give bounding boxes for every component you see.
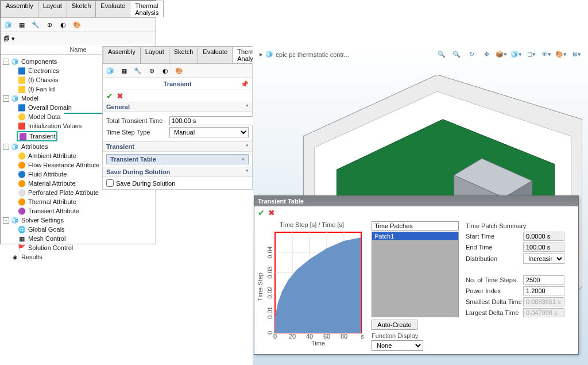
tree-node[interactable]: Transient Attribute <box>28 208 79 214</box>
globe-icon: 🌐 <box>18 225 26 233</box>
tree-node[interactable]: Solution Control <box>28 244 73 251</box>
tree-node[interactable]: Thermal Attribute <box>28 198 76 205</box>
tab-evaluate[interactable]: Evaluate <box>95 1 130 17</box>
toolbar-assembly-icon[interactable]: 🧊 <box>104 65 117 76</box>
save-during-solution-checkbox[interactable] <box>106 179 114 187</box>
svg-text:20: 20 <box>289 333 296 340</box>
chart-title: Time Step [s] / Time [s] <box>257 221 367 228</box>
tree-node[interactable]: (f) Fan lid <box>28 86 55 93</box>
view-cube-icon[interactable]: 🧊▾ <box>510 48 523 60</box>
appearance-icon[interactable]: 🎨▾ <box>555 48 567 60</box>
chart-panel: Time Step [s] / Time [s] 0 0.01 0.02 <box>254 219 369 353</box>
tree-node[interactable]: Mesh Control <box>28 235 65 242</box>
tab-assembly-b[interactable]: Assembly <box>103 47 141 63</box>
breadcrumb[interactable]: ▸ 🧊 epic pc thermstatic contr... <box>260 51 349 58</box>
patch-item-selected[interactable]: Patch1 <box>372 232 458 240</box>
tree-node[interactable]: (f) Chassis <box>28 76 59 83</box>
hide-show-icon[interactable]: 👁▾ <box>540 48 552 60</box>
render-icon[interactable]: 🖥▾ <box>570 48 582 60</box>
tree-node[interactable]: Material Attribute <box>28 180 76 187</box>
chevron-up-icon: ˄ <box>246 104 249 110</box>
end-time-value: 100.00 s <box>523 243 564 252</box>
zoom-area-icon[interactable]: 🔍 <box>450 48 463 60</box>
power-index-input[interactable] <box>523 286 564 295</box>
toolbar-target-icon[interactable]: ⊕ <box>145 65 158 76</box>
tab-evaluate-b[interactable]: Evaluate <box>198 47 233 63</box>
toolbar-grid-icon[interactable]: ▦ <box>118 65 130 76</box>
tree-node-solver[interactable]: Solver Settings <box>21 217 64 224</box>
tree-node-transient[interactable]: Transient <box>29 133 55 140</box>
tree-node[interactable]: Electronics <box>28 67 59 74</box>
sphere-icon: 🟣 <box>18 207 26 215</box>
display-style-icon[interactable]: ◻▾ <box>525 48 537 60</box>
cancel-icon[interactable]: ✖ <box>268 208 275 217</box>
function-display-select[interactable]: None <box>372 340 423 351</box>
group-transient-header[interactable]: Transient˄ <box>103 141 252 152</box>
total-time-label: Total Transient Time <box>106 117 167 124</box>
tab-thermal[interactable]: Thermal Analysis <box>130 1 164 17</box>
sphere-icon: 🟠 <box>18 198 26 206</box>
group-save-header[interactable]: Save During Solution˄ <box>103 167 252 177</box>
ok-icon[interactable]: ✔ <box>258 208 265 217</box>
filter-toggle-icon[interactable]: 🗐 ▾ <box>3 33 16 44</box>
svg-text:0.04: 0.04 <box>266 246 273 258</box>
tree-node-model[interactable]: Model <box>21 95 38 102</box>
auto-create-button[interactable]: Auto-Create <box>372 320 417 330</box>
step-type-select[interactable]: Manual <box>169 127 249 137</box>
rotate-icon[interactable]: ↻ <box>465 48 478 60</box>
tree-node[interactable]: Ambient Attribute <box>28 152 76 159</box>
transient-table-button[interactable]: Transient Table» <box>106 154 249 164</box>
time-patches-header: Time Patches <box>372 221 459 230</box>
tab-assembly[interactable]: Assembly <box>1 1 38 17</box>
zoom-fit-icon[interactable]: 🔍 <box>435 48 448 60</box>
tree-node[interactable]: Fluid Attribute <box>28 171 67 178</box>
toolbar-target-icon[interactable]: ⊕ <box>43 19 56 30</box>
tree-node-components[interactable]: Components <box>21 58 57 65</box>
toolbar-tool-icon[interactable]: 🔧 <box>29 19 42 30</box>
tree-node-results[interactable]: Results <box>21 253 42 260</box>
section-icon[interactable]: 📦▾ <box>495 48 508 60</box>
tab-sketch[interactable]: Sketch <box>67 1 96 17</box>
ok-icon[interactable]: ✔ <box>106 91 113 101</box>
tree-node[interactable]: Global Goals <box>28 226 65 233</box>
toolbar-tool-icon[interactable]: 🔧 <box>131 65 144 76</box>
tree-node[interactable]: Flow Resistance Attribute <box>28 162 99 168</box>
time-step-chart: 0 0.01 0.02 0.03 0.04 02040 6080s Time S… <box>257 229 366 347</box>
tab-layout-b[interactable]: Layout <box>140 47 169 63</box>
breadcrumb-expand-icon[interactable]: ▸ <box>260 51 263 58</box>
time-patches-list[interactable]: Patch1 <box>372 232 459 317</box>
steps-input[interactable] <box>523 275 564 285</box>
distribution-select[interactable]: Increasing <box>523 253 564 264</box>
toolbar-chart-icon[interactable]: ◐ <box>159 65 172 76</box>
sphere-icon: 🔵 <box>18 170 26 178</box>
expander-icon[interactable]: - <box>3 144 9 150</box>
tree-node[interactable]: Perforated Plate Attribute <box>28 189 99 196</box>
model-icon: 🧊 <box>11 94 19 102</box>
pan-icon[interactable]: ✥ <box>480 48 493 60</box>
toolbar-chart-icon[interactable]: ◐ <box>57 19 69 30</box>
cancel-icon[interactable]: ✖ <box>117 91 123 101</box>
cube-icon: 🟦 <box>18 67 26 75</box>
expander-icon[interactable]: - <box>3 59 9 65</box>
breadcrumb-item[interactable]: epic pc thermstatic contr... <box>276 51 349 58</box>
sphere-icon: 🟠 <box>18 161 26 169</box>
expander-icon[interactable]: - <box>3 217 9 224</box>
tree-node[interactable]: Initialization Values <box>28 122 82 129</box>
total-time-input[interactable] <box>169 116 253 125</box>
pin-icon[interactable]: 📌 <box>241 80 249 88</box>
tree-node[interactable]: Model Data <box>28 113 60 120</box>
toolbar-cube-icon[interactable]: 🎨 <box>173 65 185 76</box>
toolbar-grid-icon[interactable]: ▦ <box>16 19 28 30</box>
group-general-header[interactable]: General˄ <box>103 102 252 112</box>
cube-icon: 🟨 <box>18 85 26 93</box>
toolbar-cube-icon[interactable]: 🎨 <box>71 19 83 30</box>
expander-icon[interactable]: - <box>3 95 9 102</box>
chevron-up-icon: ˄ <box>246 144 249 150</box>
toolbar-assembly-icon[interactable]: 🧊 <box>2 19 14 30</box>
tree-node-attributes[interactable]: Attributes <box>21 143 48 150</box>
tab-layout[interactable]: Layout <box>38 1 67 17</box>
feature-toolbar: 🧊 ▦ 🔧 ⊕ ◐ 🎨 <box>1 18 156 32</box>
flag-icon: 🚩 <box>18 244 26 252</box>
tab-sketch-b[interactable]: Sketch <box>169 47 199 63</box>
svg-text:60: 60 <box>323 333 330 340</box>
